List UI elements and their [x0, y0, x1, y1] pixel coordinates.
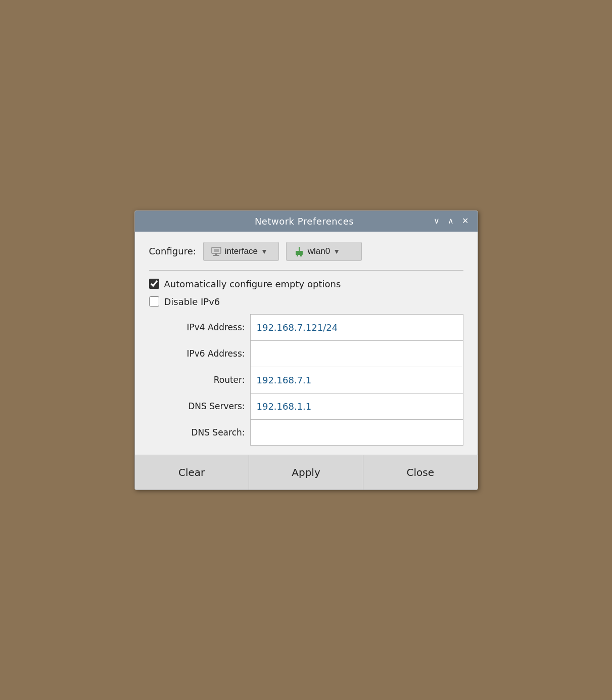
dns-servers-label: DNS Servers:	[149, 393, 250, 419]
ipv6-row: IPv6 Address:	[149, 340, 463, 367]
configure-label: Configure:	[149, 246, 196, 256]
disable-ipv6-label[interactable]: Disable IPv6	[164, 296, 220, 307]
wlan-chevron-icon: ▼	[333, 247, 340, 255]
ipv4-input[interactable]	[250, 314, 463, 340]
close-button[interactable]: ✕	[460, 216, 470, 226]
wlan-icon	[294, 246, 305, 256]
router-row: Router:	[149, 367, 463, 393]
router-input[interactable]	[250, 367, 463, 393]
disable-ipv6-checkbox[interactable]	[149, 296, 159, 307]
svg-rect-3	[213, 255, 219, 256]
ipv4-row: IPv4 Address:	[149, 314, 463, 340]
window-title: Network Preferences	[177, 216, 432, 227]
configure-row: Configure: interface ▼	[149, 242, 463, 261]
title-bar: Network Preferences ∨ ∧ ✕	[135, 211, 478, 232]
dns-servers-input[interactable]	[250, 393, 463, 419]
router-label: Router:	[149, 367, 250, 393]
dns-search-row: DNS Search:	[149, 419, 463, 446]
interface-dropdown[interactable]: interface ▼	[203, 242, 279, 261]
minimize-button[interactable]: ∨	[432, 216, 442, 226]
svg-rect-1	[214, 249, 219, 252]
dns-search-label: DNS Search:	[149, 419, 250, 446]
disable-ipv6-row: Disable IPv6	[149, 296, 463, 307]
svg-rect-7	[300, 255, 302, 256]
auto-configure-row: Automatically configure empty options	[149, 279, 463, 289]
close-window-button[interactable]: Close	[363, 455, 477, 490]
auto-configure-label[interactable]: Automatically configure empty options	[164, 279, 341, 289]
clear-button[interactable]: Clear	[135, 455, 249, 490]
separator	[149, 270, 463, 271]
svg-rect-5	[296, 251, 303, 255]
buttons-row: Clear Apply Close	[135, 455, 478, 490]
maximize-button[interactable]: ∧	[446, 216, 456, 226]
apply-button[interactable]: Apply	[249, 455, 363, 490]
network-preferences-window: Network Preferences ∨ ∧ ✕ Configure: int…	[134, 210, 478, 490]
auto-configure-checkbox[interactable]	[149, 279, 159, 289]
dns-servers-row: DNS Servers:	[149, 393, 463, 419]
wlan-label: wlan0	[308, 246, 330, 256]
window-controls: ∨ ∧ ✕	[432, 216, 470, 226]
svg-rect-6	[297, 255, 298, 256]
dns-search-input[interactable]	[250, 419, 463, 446]
interface-chevron-icon: ▼	[261, 247, 268, 255]
svg-rect-2	[215, 253, 217, 255]
interface-icon	[211, 246, 222, 256]
window-content: Configure: interface ▼	[135, 232, 478, 446]
wlan-dropdown[interactable]: wlan0 ▼	[286, 242, 362, 261]
ipv6-label: IPv6 Address:	[149, 340, 250, 367]
svg-rect-4	[299, 247, 300, 251]
ipv6-input[interactable]	[250, 340, 463, 367]
interface-label: interface	[225, 246, 258, 256]
fields-section: IPv4 Address: IPv6 Address: Router: DNS …	[149, 314, 463, 446]
ipv4-label: IPv4 Address:	[149, 314, 250, 340]
